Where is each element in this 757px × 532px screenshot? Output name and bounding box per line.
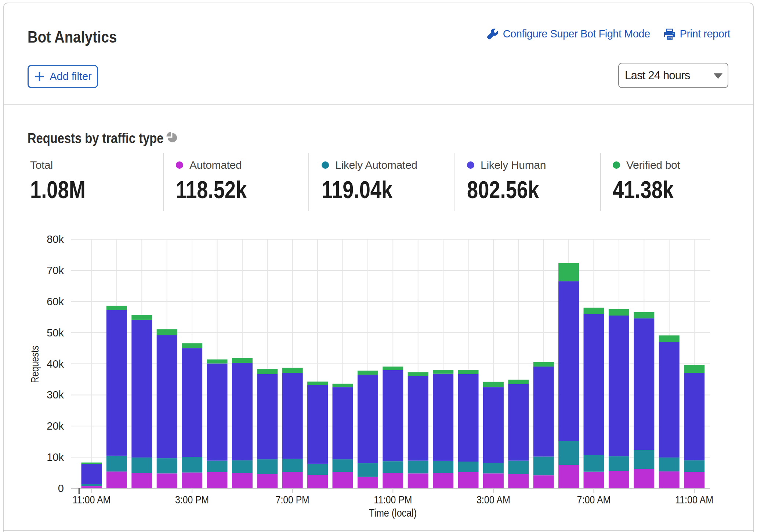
svg-text:3:00 AM: 3:00 AM xyxy=(477,494,510,506)
svg-text:40k: 40k xyxy=(47,358,64,370)
svg-text:3:00 PM: 3:00 PM xyxy=(175,494,209,506)
svg-text:11:00 AM: 11:00 AM xyxy=(675,494,713,506)
svg-text:7:00 AM: 7:00 AM xyxy=(577,494,611,506)
svg-text:30k: 30k xyxy=(47,389,64,401)
svg-text:Requests: Requests xyxy=(29,346,41,383)
svg-text:11:00 PM: 11:00 PM xyxy=(374,494,412,506)
svg-text:0: 0 xyxy=(58,482,64,494)
svg-text:50k: 50k xyxy=(47,327,64,339)
svg-text:7:00 PM: 7:00 PM xyxy=(276,494,309,506)
svg-text:80k: 80k xyxy=(47,233,64,245)
svg-text:10k: 10k xyxy=(47,451,64,463)
svg-text:20k: 20k xyxy=(47,420,64,432)
svg-text:70k: 70k xyxy=(47,265,64,276)
svg-text:60k: 60k xyxy=(47,296,64,307)
svg-text:Time (local): Time (local) xyxy=(369,507,417,519)
svg-text:11:00 AM: 11:00 AM xyxy=(73,494,111,506)
